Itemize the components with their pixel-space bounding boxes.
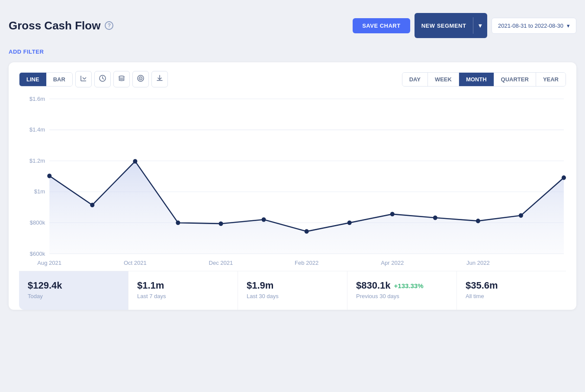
svg-point-24: [219, 222, 223, 226]
stat-prev30days-label: Previous 30 days: [356, 293, 448, 299]
stat-7days: $1.1m Last 7 days: [129, 271, 238, 310]
svg-point-27: [347, 221, 352, 225]
stack-icon: [117, 74, 126, 84]
svg-text:$1m: $1m: [34, 188, 45, 195]
stat-30days-value: $1.9m: [247, 280, 338, 291]
stat-30days-label: Last 30 days: [247, 293, 338, 299]
week-period-button[interactable]: WEEK: [428, 73, 459, 86]
svg-text:$1.6m: $1.6m: [29, 95, 45, 102]
svg-point-3: [119, 76, 124, 78]
svg-point-32: [562, 175, 566, 180]
svg-point-25: [262, 217, 266, 222]
svg-point-28: [390, 212, 395, 217]
toolbar-left: LINE BAR: [19, 71, 168, 87]
svg-text:Aug 2021: Aug 2021: [37, 259, 61, 266]
stat-today-value: $129.4k: [28, 280, 119, 291]
download-button[interactable]: [151, 71, 168, 87]
new-segment-label: NEW SEGMENT: [415, 22, 473, 29]
main-card: LINE BAR: [9, 62, 576, 310]
svg-text:$1.2m: $1.2m: [29, 157, 45, 164]
date-range-text: 2021-08-31 to 2022-08-30: [498, 22, 563, 29]
day-period-button[interactable]: DAY: [402, 73, 428, 86]
svg-point-26: [305, 229, 309, 234]
svg-point-23: [176, 221, 180, 225]
add-filter-button[interactable]: ADD FILTER: [9, 48, 44, 55]
axis-toggle-button[interactable]: [75, 71, 92, 87]
line-chart-svg: $1.6m $1.4m $1.2m $1m $800k $600k: [19, 94, 566, 267]
new-segment-dropdown-arrow[interactable]: ▾: [473, 22, 487, 29]
line-chart-button[interactable]: LINE: [19, 73, 46, 86]
stat-alltime-label: All time: [466, 293, 557, 299]
svg-point-21: [90, 203, 94, 208]
axis-icon: [79, 74, 88, 85]
new-segment-button[interactable]: NEW SEGMENT ▾: [415, 13, 487, 38]
svg-text:Oct 2021: Oct 2021: [124, 259, 147, 266]
save-chart-button[interactable]: SAVE CHART: [353, 18, 410, 33]
svg-text:$1.4m: $1.4m: [29, 126, 45, 133]
chart-type-group: LINE BAR: [19, 72, 73, 87]
help-icon[interactable]: ?: [105, 21, 113, 30]
clock-icon: [98, 74, 107, 84]
svg-text:Dec 2021: Dec 2021: [209, 259, 233, 266]
stat-today: $129.4k Today: [19, 271, 129, 310]
stat-alltime-value: $35.6m: [466, 280, 557, 291]
quarter-period-button[interactable]: QUARTER: [494, 73, 536, 86]
download-icon: [155, 74, 164, 84]
stats-row: $129.4k Today $1.1m Last 7 days $1.9m La…: [19, 271, 566, 310]
stack-button[interactable]: [113, 71, 130, 87]
date-range-button[interactable]: 2021-08-31 to 2022-08-30 ▾: [492, 18, 576, 34]
target-icon: [136, 74, 145, 84]
svg-point-20: [47, 174, 51, 178]
svg-point-30: [476, 218, 480, 223]
filter-bar: ADD FILTER: [9, 45, 576, 62]
stat-prev30days-change: +133.33%: [394, 282, 424, 289]
page-title: Gross Cash Flow: [9, 19, 100, 32]
stat-today-label: Today: [28, 293, 119, 299]
stat-prev30days-value: $830.1k +133.33%: [356, 280, 448, 291]
stat-prev30days: $830.1k +133.33% Previous 30 days: [347, 271, 457, 310]
svg-point-6: [140, 78, 141, 79]
page-header: Gross Cash Flow ? SAVE CHART NEW SEGMENT…: [9, 9, 576, 45]
svg-text:Apr 2022: Apr 2022: [381, 259, 404, 266]
svg-point-31: [519, 213, 523, 218]
svg-text:$600k: $600k: [30, 250, 45, 257]
header-left: Gross Cash Flow ?: [9, 19, 113, 32]
period-buttons-group: DAY WEEK MONTH QUARTER YEAR: [402, 72, 566, 87]
svg-point-29: [433, 215, 437, 220]
svg-text:Jun 2022: Jun 2022: [466, 259, 490, 266]
month-period-button[interactable]: MONTH: [459, 73, 494, 86]
header-right: SAVE CHART NEW SEGMENT ▾ 2021-08-31 to 2…: [353, 13, 576, 38]
stat-alltime: $35.6m All time: [457, 271, 566, 310]
chart-toolbar: LINE BAR: [19, 71, 566, 87]
stat-7days-label: Last 7 days: [137, 293, 229, 299]
clock-button[interactable]: [94, 71, 111, 87]
svg-point-22: [133, 159, 137, 164]
target-button[interactable]: [132, 71, 149, 87]
stat-7days-value: $1.1m: [137, 280, 229, 291]
stat-30days: $1.9m Last 30 days: [238, 271, 347, 310]
bar-chart-button[interactable]: BAR: [46, 73, 72, 86]
date-range-chevron: ▾: [567, 22, 570, 29]
svg-text:Feb 2022: Feb 2022: [295, 259, 318, 266]
svg-text:$800k: $800k: [30, 219, 45, 226]
chart-area: $1.6m $1.4m $1.2m $1m $800k $600k: [19, 94, 566, 267]
year-period-button[interactable]: YEAR: [536, 73, 566, 86]
svg-marker-19: [49, 161, 564, 254]
